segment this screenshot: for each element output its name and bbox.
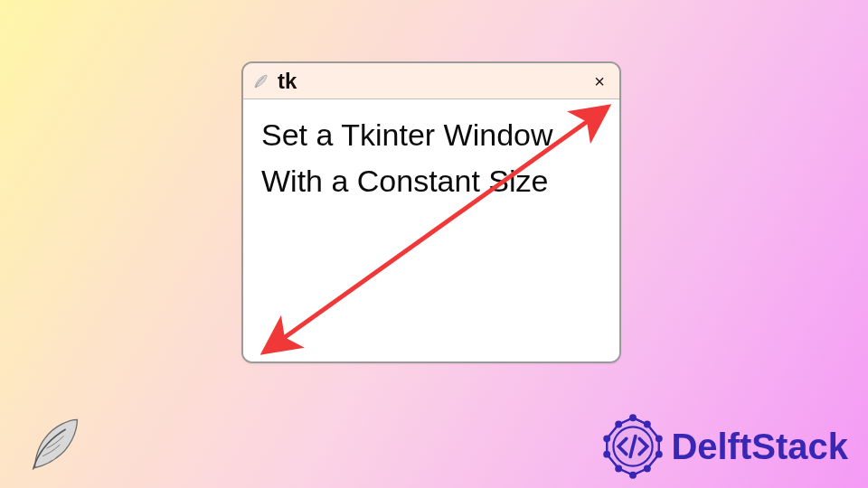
svg-point-8 — [645, 466, 650, 472]
svg-point-11 — [605, 452, 610, 457]
svg-point-6 — [656, 436, 662, 441]
canvas: tk × Set a Tkinter Window With a Constan… — [0, 0, 868, 488]
svg-point-7 — [656, 452, 662, 457]
content-text: Set a Tkinter Window With a Constant Siz… — [261, 112, 601, 204]
delftstack-emblem-icon — [600, 414, 665, 479]
svg-point-9 — [630, 473, 636, 478]
svg-point-10 — [617, 466, 622, 472]
titlebar[interactable]: tk × — [243, 63, 619, 99]
svg-point-13 — [617, 422, 622, 427]
tk-window: tk × Set a Tkinter Window With a Constan… — [241, 61, 621, 363]
window-content: Set a Tkinter Window With a Constant Siz… — [243, 99, 619, 361]
feather-icon — [252, 72, 270, 90]
svg-point-4 — [630, 415, 636, 420]
feather-icon — [25, 414, 87, 475]
close-button[interactable]: × — [589, 69, 610, 94]
window-title: tk — [278, 69, 297, 94]
brand-name: DelftStack — [671, 427, 848, 467]
svg-point-5 — [645, 422, 650, 427]
brand-logo: DelftStack — [600, 414, 848, 479]
svg-point-12 — [605, 436, 610, 441]
